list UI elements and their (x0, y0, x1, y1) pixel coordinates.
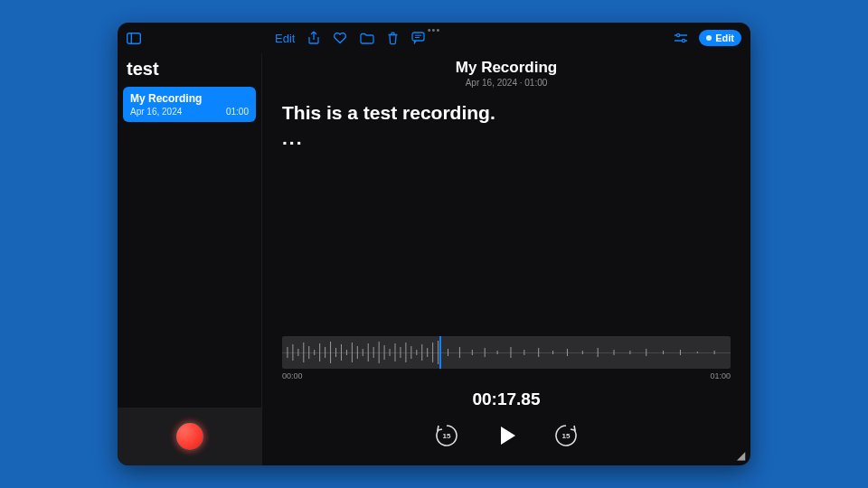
grabber-dots: ••• (428, 24, 441, 35)
sidebar-toggle-icon[interactable] (127, 33, 141, 44)
skip-back-button[interactable]: 15 (433, 422, 460, 449)
play-button[interactable] (493, 422, 520, 449)
recording-subtitle: Apr 16, 2024 · 01:00 (262, 78, 750, 88)
waveform-end-time: 01:00 (710, 371, 731, 380)
main-panel: My Recording Apr 16, 2024 · 01:00 This i… (262, 53, 750, 465)
share-icon[interactable] (307, 31, 320, 45)
transcript-line: This is a test recording. (282, 102, 731, 124)
waveform-track[interactable] (282, 336, 731, 369)
svg-rect-0 (127, 33, 141, 43)
svg-point-4 (677, 33, 680, 36)
skip-forward-button[interactable]: 15 (552, 422, 580, 449)
app-window: ••• Edit (118, 23, 750, 465)
svg-rect-2 (412, 33, 424, 41)
recording-item-date: Apr 16, 2024 (130, 107, 182, 117)
playhead[interactable] (439, 336, 441, 369)
trash-icon[interactable] (387, 32, 399, 45)
options-icon[interactable] (674, 33, 688, 43)
edit-recording-label: Edit (715, 33, 734, 43)
resize-handle-icon[interactable]: ◢ (737, 449, 745, 462)
waveform-icon (282, 336, 731, 369)
edit-list-button[interactable]: Edit (275, 32, 295, 45)
playback-controls: 15 15 (262, 409, 750, 465)
edit-recording-button[interactable]: Edit (699, 30, 741, 46)
recording-title: My Recording (262, 59, 750, 77)
skip-forward-seconds: 15 (552, 422, 580, 449)
svg-point-6 (683, 39, 685, 42)
skip-back-seconds: 15 (433, 422, 460, 449)
recording-item-title: My Recording (130, 92, 249, 105)
sidebar-folder-title: test (118, 53, 261, 87)
transcript-area: This is a test recording. ... (262, 89, 750, 149)
recording-list-item[interactable]: My Recording Apr 16, 2024 01:00 (123, 87, 256, 122)
transcript-icon[interactable] (411, 32, 425, 44)
record-bar (118, 408, 261, 465)
favorite-icon[interactable] (333, 32, 347, 44)
recording-item-duration: 01:00 (226, 107, 249, 117)
waveform-glyph-icon (706, 35, 712, 41)
transcript-ellipsis: ... (282, 127, 731, 149)
waveform-start-time: 00:00 (282, 371, 303, 380)
current-time: 00:17.85 (282, 389, 731, 409)
record-button[interactable] (175, 421, 205, 452)
sidebar: test My Recording Apr 16, 2024 01:00 (118, 53, 262, 465)
folder-icon[interactable] (360, 33, 374, 44)
